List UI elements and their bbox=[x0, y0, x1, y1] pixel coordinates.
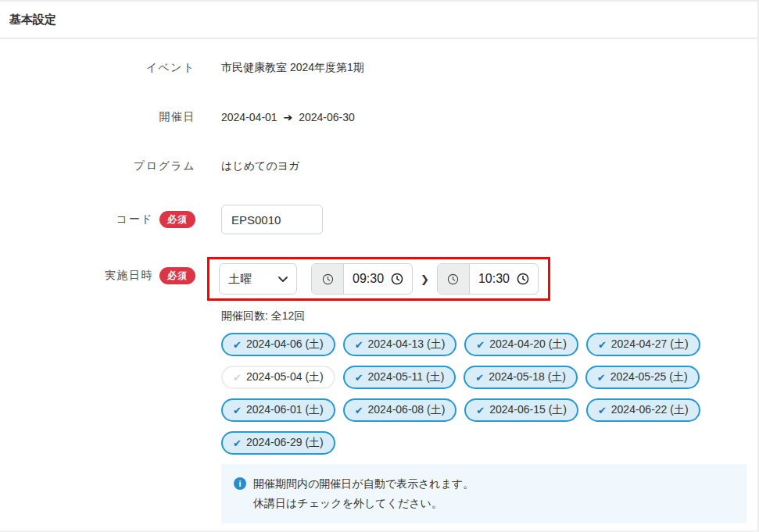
clock-icon bbox=[312, 264, 344, 294]
check-icon: ✔ bbox=[598, 405, 607, 416]
code-label: コード bbox=[116, 212, 153, 227]
date-chip-label: 2024-06-29 (土) bbox=[246, 436, 324, 450]
date-chip[interactable]: ✔ 2024-05-11 (土) bbox=[343, 366, 456, 389]
date-chip-label: 2024-06-15 (土) bbox=[489, 403, 567, 417]
date-chip[interactable]: ✔ 2024-06-29 (土) bbox=[221, 431, 335, 455]
event-value: 市民健康教室 2024年度第1期 bbox=[221, 61, 364, 75]
date-chip[interactable]: ✔ 2024-06-08 (土) bbox=[343, 398, 457, 422]
chevron-right-icon: ❯ bbox=[421, 273, 429, 285]
end-time-group: 10:30 bbox=[437, 263, 539, 295]
end-time-input[interactable]: 10:30 bbox=[470, 264, 538, 294]
date-chip[interactable]: ✔ 2024-06-15 (土) bbox=[464, 398, 578, 422]
start-time-group: 09:30 bbox=[311, 263, 413, 295]
info-note: i 開催期間内の開催日が自動で表示されます。 休講日はチェックを外してください。 bbox=[221, 464, 746, 523]
check-icon: ✔ bbox=[233, 373, 242, 383]
date-chip[interactable]: ✔ 2024-05-25 (土) bbox=[585, 366, 700, 389]
date-chip-label: 2024-04-27 (土) bbox=[611, 337, 689, 352]
note-line: 休講日はチェックを外してください。 bbox=[253, 494, 474, 513]
clock-icon bbox=[438, 264, 470, 294]
date-chip-label: 2024-06-08 (土) bbox=[368, 403, 446, 417]
date-chip[interactable]: ✔ 2024-04-27 (土) bbox=[586, 333, 700, 356]
date-chip-label: 2024-04-06 (土) bbox=[246, 337, 324, 352]
date-chip[interactable]: ✔ 2024-05-04 (土) bbox=[221, 366, 335, 389]
date-chip-label: 2024-06-01 (土) bbox=[246, 403, 324, 417]
check-icon: ✔ bbox=[597, 373, 606, 383]
schedule-label: 実施日時 bbox=[105, 269, 153, 283]
date-chip-label: 2024-04-13 (土) bbox=[368, 337, 446, 352]
page-title: 基本設定 bbox=[9, 12, 56, 27]
check-icon: ✔ bbox=[233, 405, 242, 416]
date-chip[interactable]: ✔ 2024-06-01 (土) bbox=[221, 398, 335, 422]
note-line: 開催期間内の開催日が自動で表示されます。 bbox=[253, 474, 474, 494]
code-input[interactable] bbox=[221, 205, 323, 234]
schedule-highlight-box: 土曜 09:30 bbox=[207, 257, 550, 301]
check-icon: ✔ bbox=[355, 340, 363, 350]
card-header: 基本設定 bbox=[0, 2, 757, 39]
program-value: はじめてのヨガ bbox=[221, 159, 299, 173]
date-chip-label: 2024-05-11 (土) bbox=[368, 370, 445, 384]
session-count-text: 開催回数: 全12回 bbox=[221, 309, 746, 323]
date-chip-label: 2024-05-18 (土) bbox=[489, 370, 566, 384]
period-end-date: 2024-06-30 bbox=[299, 111, 355, 123]
arrow-right-icon: ➔ bbox=[281, 111, 296, 123]
date-chip[interactable]: ✔ 2024-05-18 (土) bbox=[464, 366, 578, 389]
row-schedule: 実施日時 必須 土曜 09 bbox=[0, 257, 757, 523]
end-time-value: 10:30 bbox=[478, 272, 510, 286]
time-picker-clock-icon[interactable] bbox=[517, 273, 529, 285]
period-label: 開催日 bbox=[159, 110, 196, 124]
weekday-selected-value: 土曜 bbox=[228, 272, 252, 287]
event-label: イベント bbox=[146, 61, 195, 75]
check-icon: ✔ bbox=[233, 438, 242, 448]
date-chip-label: 2024-04-20 (土) bbox=[489, 337, 567, 352]
info-icon: i bbox=[234, 477, 246, 490]
date-chip[interactable]: ✔ 2024-04-06 (土) bbox=[221, 333, 335, 356]
start-time-input[interactable]: 09:30 bbox=[344, 264, 412, 294]
check-icon: ✔ bbox=[476, 405, 485, 416]
check-icon: ✔ bbox=[355, 373, 363, 383]
check-icon: ✔ bbox=[233, 340, 242, 350]
period-start-date: 2024-04-01 bbox=[221, 111, 277, 123]
period-value: 2024-04-01 ➔ 2024-06-30 bbox=[221, 111, 355, 123]
time-picker-clock-icon[interactable] bbox=[391, 273, 403, 285]
row-period: 開催日 2024-04-01 ➔ 2024-06-30 bbox=[0, 110, 757, 124]
check-icon: ✔ bbox=[598, 340, 607, 350]
row-code: コード 必須 bbox=[0, 205, 757, 234]
date-chip[interactable]: ✔ 2024-04-13 (土) bbox=[343, 333, 457, 356]
start-time-value: 09:30 bbox=[353, 272, 384, 286]
row-event: イベント 市民健康教室 2024年度第1期 bbox=[0, 61, 757, 75]
required-badge: 必須 bbox=[159, 267, 195, 284]
date-chip-label: 2024-05-04 (土) bbox=[246, 370, 324, 384]
check-icon: ✔ bbox=[355, 405, 363, 416]
date-chip-label: 2024-05-25 (土) bbox=[610, 370, 688, 384]
check-icon: ✔ bbox=[475, 373, 484, 383]
form-body: イベント 市民健康教室 2024年度第1期 開催日 2024-04-01 ➔ 2… bbox=[0, 39, 757, 523]
check-icon: ✔ bbox=[476, 340, 485, 350]
date-chip-label: 2024-06-22 (土) bbox=[611, 403, 689, 417]
date-chip[interactable]: ✔ 2024-06-22 (土) bbox=[586, 398, 700, 422]
required-badge: 必須 bbox=[159, 211, 195, 228]
weekday-select[interactable]: 土曜 bbox=[219, 263, 297, 295]
date-chip[interactable]: ✔ 2024-04-20 (土) bbox=[464, 333, 578, 356]
date-chip-list: ✔ 2024-04-06 (土) ✔ 2024-04-13 (土) ✔ 2024… bbox=[221, 333, 746, 464]
chevron-down-icon bbox=[278, 277, 288, 282]
row-program: プログラム はじめてのヨガ bbox=[0, 159, 757, 173]
basic-settings-card: 基本設定 イベント 市民健康教室 2024年度第1期 開催日 2024-04-0… bbox=[0, 0, 759, 532]
program-label: プログラム bbox=[134, 159, 195, 173]
